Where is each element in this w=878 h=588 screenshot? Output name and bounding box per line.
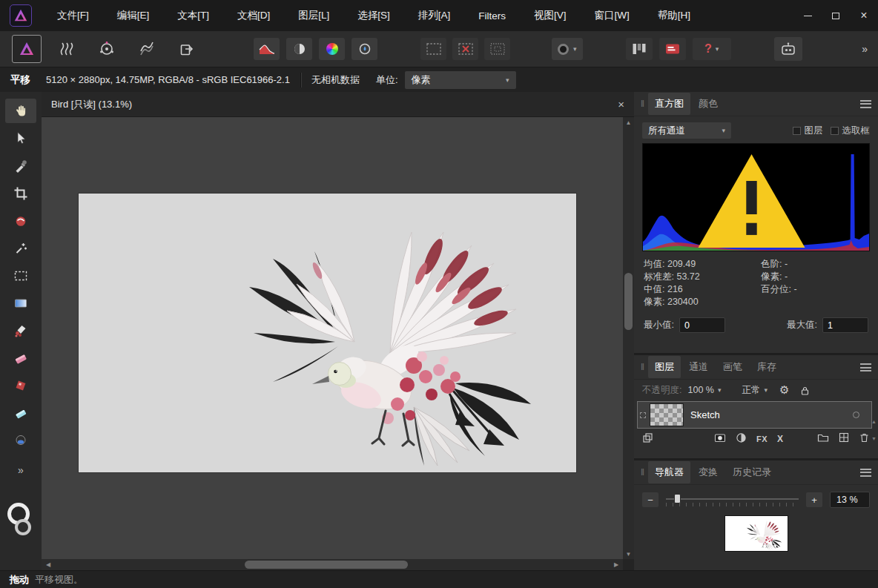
auto-colours-button[interactable]: [319, 38, 345, 60]
horizontal-scrollbar[interactable]: ◀ ▶: [42, 559, 623, 570]
menu-edit[interactable]: 编辑[E]: [103, 0, 164, 31]
assistant-button[interactable]: [774, 37, 802, 61]
pixel-tool[interactable]: [5, 373, 36, 397]
duplicate-layer-button[interactable]: [642, 432, 653, 446]
layer-visibility-toggle[interactable]: [853, 412, 859, 418]
group-layers-button[interactable]: [817, 432, 829, 445]
max-input[interactable]: [822, 317, 868, 333]
layer-styles-button[interactable]: X: [777, 434, 783, 444]
scroll-up-icon[interactable]: ▲: [623, 117, 634, 128]
scroll-up-icon[interactable]: ▲: [871, 419, 877, 424]
paint-brush-tool[interactable]: [5, 318, 36, 343]
document-tab[interactable]: Bird [只读] (13.1%) ×: [42, 92, 634, 117]
close-button[interactable]: ×: [850, 0, 878, 31]
snapping-button[interactable]: [626, 38, 653, 60]
layer-effects-button[interactable]: FX: [756, 435, 768, 443]
channel-select[interactable]: 所有通道 ▾: [642, 122, 731, 139]
zoom-slider[interactable]: [666, 492, 799, 508]
tab-layers[interactable]: 图层: [648, 356, 681, 378]
maximize-button[interactable]: [822, 0, 850, 31]
panel-grip-icon[interactable]: ‖: [641, 99, 644, 109]
color-selector[interactable]: [6, 503, 36, 541]
insert-inside-button[interactable]: [839, 432, 849, 445]
delete-layer-button[interactable]: [859, 432, 870, 446]
menu-help[interactable]: 帮助[H]: [644, 0, 704, 31]
scroll-down-icon[interactable]: ▼: [871, 436, 877, 441]
layer-settings-gear-icon[interactable]: ⚙: [779, 383, 789, 397]
view-tool[interactable]: [5, 99, 36, 123]
marquee-checkbox[interactable]: [831, 127, 839, 135]
menu-window[interactable]: 窗口[W]: [581, 0, 644, 31]
tab-stock[interactable]: 库存: [750, 356, 783, 378]
zoom-value[interactable]: 13 %: [830, 492, 870, 508]
liquify-persona-button[interactable]: [52, 35, 82, 63]
layer-name[interactable]: Sketch: [690, 409, 720, 420]
scroll-right-icon[interactable]: ▶: [611, 559, 621, 570]
tab-color[interactable]: 颜色: [692, 93, 724, 115]
layer-checkbox[interactable]: [793, 127, 801, 135]
invert-selection-button[interactable]: [484, 38, 510, 60]
menu-view[interactable]: 视图[V]: [520, 0, 581, 31]
tab-navigator[interactable]: 导航器: [648, 461, 690, 483]
menu-select[interactable]: 选择[S]: [343, 0, 404, 31]
export-persona-button[interactable]: [172, 35, 202, 63]
erase-brush-tool[interactable]: [5, 346, 36, 370]
blur-tool[interactable]: [5, 428, 36, 452]
photo-persona-button[interactable]: [12, 35, 42, 63]
menu-filters[interactable]: Filters: [464, 0, 520, 31]
tone-mapping-persona-button[interactable]: [132, 35, 162, 63]
flood-select-tool[interactable]: [5, 236, 36, 260]
selection-brush-tool[interactable]: [5, 208, 36, 233]
menu-text[interactable]: 文本[T]: [163, 0, 223, 31]
panel-menu-icon[interactable]: [860, 100, 871, 108]
tab-brushes[interactable]: 画笔: [716, 356, 749, 378]
menu-document[interactable]: 文档[D]: [223, 0, 284, 31]
zoom-out-button[interactable]: −: [642, 492, 658, 507]
panel-grip-icon[interactable]: ‖: [641, 467, 644, 478]
document-viewport[interactable]: [42, 117, 623, 559]
blend-mode-select[interactable]: 正常: [742, 384, 760, 397]
toolbar-overflow-button[interactable]: »: [862, 43, 868, 55]
crop-tool[interactable]: [5, 181, 36, 205]
tab-history[interactable]: 历史记录: [726, 461, 778, 483]
unit-select[interactable]: 像素 ▾: [405, 71, 516, 89]
min-input[interactable]: [679, 317, 725, 333]
add-adjustment-button[interactable]: [736, 432, 747, 446]
move-tool[interactable]: [5, 126, 36, 151]
panel-grip-icon[interactable]: ‖: [641, 362, 644, 372]
panel-menu-icon[interactable]: [860, 469, 871, 477]
horizontal-scroll-thumb[interactable]: [245, 561, 408, 569]
tab-histogram[interactable]: 直方图: [648, 93, 690, 115]
develop-persona-button[interactable]: [92, 35, 122, 63]
document-close-icon[interactable]: ×: [618, 98, 624, 110]
tools-overflow-button[interactable]: »: [18, 464, 24, 476]
selection-mode-button[interactable]: [420, 38, 446, 60]
menu-layer[interactable]: 图层[L]: [284, 0, 343, 31]
scroll-down-icon[interactable]: ▼: [623, 549, 634, 559]
menu-arrange[interactable]: 排列[A]: [404, 0, 465, 31]
warning-icon[interactable]: [638, 148, 865, 254]
tab-channels[interactable]: 通道: [682, 356, 715, 378]
flood-fill-tool[interactable]: [5, 400, 36, 425]
zoom-slider-track[interactable]: [666, 498, 799, 500]
marquee-select-tool[interactable]: [5, 263, 36, 288]
deselect-button[interactable]: [452, 38, 478, 60]
scroll-left-icon[interactable]: ◀: [43, 559, 53, 570]
help-dropdown-button[interactable]: ? ▾: [693, 38, 731, 60]
fill-color-swatch[interactable]: [15, 519, 31, 535]
navigator-preview[interactable]: [725, 516, 788, 551]
lock-button[interactable]: [799, 385, 811, 396]
auto-levels-button[interactable]: [254, 38, 280, 60]
layer-thumbnail[interactable]: [650, 403, 684, 426]
opacity-value[interactable]: 100 %: [687, 385, 713, 395]
view-mode-dropdown[interactable]: ▾: [552, 38, 583, 60]
auto-contrast-button[interactable]: [286, 38, 312, 60]
auto-white-balance-button[interactable]: [351, 38, 377, 60]
zoom-in-button[interactable]: +: [806, 492, 822, 507]
vertical-scrollbar[interactable]: ▲ ▼: [623, 117, 634, 559]
panel-menu-icon[interactable]: [860, 363, 871, 371]
gradient-tool[interactable]: [5, 291, 36, 315]
minimize-button[interactable]: [793, 0, 822, 31]
snapping-presets-button[interactable]: [659, 38, 686, 60]
vertical-scroll-thumb[interactable]: [624, 273, 633, 330]
